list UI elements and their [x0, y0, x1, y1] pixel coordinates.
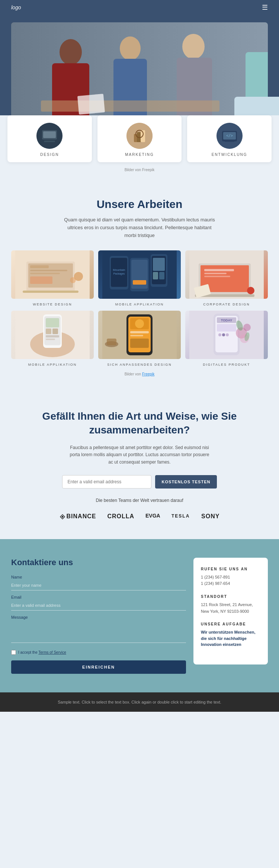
contact-section: Kontaktiere uns Name Email Message I acc… — [0, 539, 279, 692]
email-input[interactable] — [11, 600, 186, 611]
svg-rect-7 — [177, 58, 212, 123]
svg-rect-72 — [130, 335, 143, 336]
submit-button[interactable]: EINREICHEN — [11, 660, 186, 674]
svg-rect-46 — [159, 272, 164, 279]
svg-point-4 — [120, 36, 141, 60]
freepik-credit: Bilder von Freepik — [7, 168, 272, 172]
svg-text:EVGA: EVGA — [145, 513, 160, 519]
service-card-marketing[interactable]: MARKETING — [97, 115, 182, 162]
work-item-digital[interactable]: TODAY DIGITALES PRODUKT — [185, 311, 268, 366]
svg-rect-31 — [23, 291, 78, 293]
brand-binance: BINANCE — [60, 513, 96, 520]
brand-evga: EVGA — [145, 512, 160, 521]
svg-text:TODAY: TODAY — [221, 318, 232, 322]
svg-point-83 — [243, 324, 251, 331]
work-label-mobile2: MOBILE APPLIKATION — [28, 363, 77, 366]
svg-rect-23 — [225, 141, 234, 142]
menu-icon[interactable]: ☰ — [262, 3, 268, 12]
work-item-mobile[interactable]: Mountain Packages MOBILE APPLIKATION — [98, 250, 181, 306]
freepik-link[interactable]: Freepik — [142, 372, 154, 376]
svg-rect-63 — [52, 329, 58, 334]
navigation: logo ☰ — [0, 0, 279, 15]
hero-accent-teal — [246, 52, 268, 104]
hero-section — [0, 15, 279, 126]
svg-marker-91 — [61, 516, 64, 518]
work-image-website — [11, 250, 94, 299]
svg-rect-64 — [46, 335, 59, 337]
info-mission-section: UNSERE AUFGABE Wir unterstützen Menschen… — [201, 622, 260, 648]
work-label-responsive: SICH ANPASSENDES DESIGN — [107, 363, 171, 366]
svg-point-2 — [60, 39, 82, 65]
svg-rect-13 — [44, 141, 55, 142]
work-label-website: WEBSITE DESIGN — [33, 302, 72, 306]
svg-rect-65 — [46, 339, 55, 340]
cta-email-input[interactable] — [62, 475, 151, 489]
brand-tesla: TESLA — [171, 512, 190, 521]
work-item-website[interactable]: WEBSITE DESIGN — [11, 250, 94, 306]
freepik-credit2: Bilder von Freepik — [11, 372, 268, 376]
svg-rect-45 — [153, 272, 158, 279]
svg-rect-44 — [153, 258, 165, 271]
service-card-design[interactable]: DESIGN — [7, 115, 92, 162]
terms-row: I accept the Terms of Service — [11, 650, 186, 655]
works-grid: WEBSITE DESIGN Mountain Packages — [11, 250, 268, 366]
terms-checkbox[interactable] — [11, 650, 16, 655]
info-card: RUFEN SIE UNS AN 1 (234) 567-891 1 (234)… — [193, 558, 268, 664]
cta-trust-text: Die besten Teams der Welt vertrauen dara… — [22, 498, 257, 503]
contact-form-column: Kontaktiere uns Name Email Message I acc… — [11, 558, 186, 674]
service-icon-marketing — [126, 123, 153, 149]
terms-link[interactable]: Terms of Service — [38, 650, 66, 654]
cta-submit-button[interactable]: KOSTENLOS TESTEN — [155, 475, 217, 489]
service-cards: DESIGN MARKETING — [7, 115, 272, 162]
work-item-responsive[interactable]: SICH ANPASSENDES DESIGN — [98, 311, 181, 366]
service-card-entwicklung[interactable]: </> ENTWICKLUNG — [187, 115, 272, 162]
footer: Sample text. Click to select the text bo… — [0, 692, 279, 712]
location-heading: STANDORT — [201, 595, 260, 599]
service-label-marketing: MARKETING — [125, 153, 154, 157]
svg-text:Mountain: Mountain — [113, 268, 125, 272]
brand-crolla: CROLLA — [107, 513, 134, 520]
svg-text:TESLA: TESLA — [171, 513, 190, 519]
hero-photo — [11, 22, 268, 126]
location-text: 121 Rock Street, 21 Avenue, New York, NY… — [201, 602, 260, 615]
svg-rect-71 — [130, 331, 149, 333]
svg-point-33 — [70, 277, 76, 283]
works-title: Unsere Arbeiten — [11, 198, 268, 211]
svg-rect-51 — [204, 269, 234, 271]
svg-rect-81 — [217, 324, 236, 331]
svg-rect-41 — [133, 280, 146, 285]
service-icon-design — [36, 123, 62, 149]
name-input[interactable] — [11, 580, 186, 590]
work-label-corporate: CORPORATE DESIGN — [203, 302, 250, 306]
phone-heading: RUFEN SIE UNS AN — [201, 567, 260, 571]
work-item-mobile2[interactable]: MOBILE APPLIKATION — [11, 311, 94, 366]
terms-text: I accept the Terms of Service — [18, 650, 66, 654]
info-phone-section: RUFEN SIE UNS AN 1 (234) 567-891 1 (234)… — [201, 567, 260, 587]
svg-rect-52 — [204, 273, 227, 274]
form-group-message: Message — [11, 615, 186, 644]
message-textarea[interactable] — [11, 621, 186, 643]
form-group-email: Email — [11, 595, 186, 611]
svg-point-89 — [226, 333, 229, 336]
svg-rect-53 — [204, 276, 230, 277]
svg-rect-73 — [130, 339, 149, 348]
works-section: Unsere Arbeiten Quam quisque id diam vel… — [0, 183, 279, 391]
work-image-digital: TODAY — [185, 311, 268, 359]
cta-section: Gefällt Ihnen die Art und Weise, wie Sie… — [0, 391, 279, 539]
contact-info-column: RUFEN SIE UNS AN 1 (234) 567-891 1 (234)… — [193, 558, 268, 674]
service-label-entwicklung: ENTWICKLUNG — [212, 153, 247, 157]
svg-point-55 — [247, 287, 254, 294]
work-image-mobile2 — [11, 311, 94, 359]
work-item-corporate[interactable]: CORPORATE DESIGN — [185, 250, 268, 306]
work-label-digital: DIGITALES PRODUKT — [203, 363, 250, 366]
svg-rect-12 — [43, 131, 56, 138]
mission-text: Wir unterstützen Menschen, die sich für … — [201, 629, 260, 648]
svg-point-6 — [182, 34, 205, 59]
hero-image — [11, 22, 268, 126]
svg-rect-62 — [46, 329, 51, 334]
svg-rect-5 — [113, 59, 147, 122]
phone-1: 1 (234) 567-891 — [201, 574, 260, 581]
svg-text:</>: </> — [226, 134, 233, 138]
cta-description: Faucibus a pellentesque sit amet porttit… — [69, 444, 210, 466]
work-image-mobile: Mountain Packages — [98, 250, 181, 299]
